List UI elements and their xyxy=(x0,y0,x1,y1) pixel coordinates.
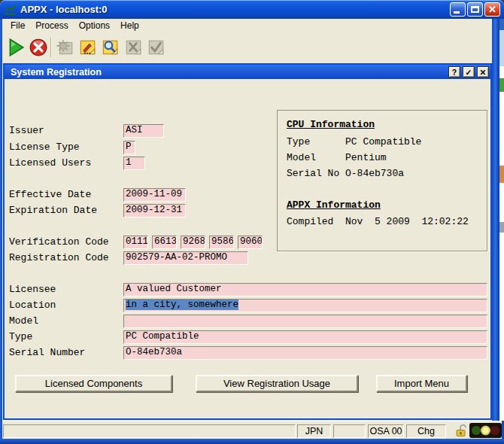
commit-record-icon xyxy=(145,37,166,58)
licensed-users-label: Licensed Users xyxy=(9,157,91,169)
type-field[interactable]: PC Compatible xyxy=(123,330,487,344)
run-icon[interactable] xyxy=(5,37,26,58)
cpu-type-row: TypePC Compatible xyxy=(287,136,421,147)
dialog-ok-button[interactable]: ✓ xyxy=(463,66,475,78)
registration-code-field[interactable]: 902579-AA-02-PROMO xyxy=(123,251,248,265)
licensee-field[interactable]: A valued Customer xyxy=(123,283,487,297)
verification-code-field-1[interactable]: 0111 xyxy=(123,236,148,249)
toolbar-separator xyxy=(50,38,52,57)
appx-info-heading: APPX Information xyxy=(287,199,381,211)
app-icon xyxy=(4,3,17,16)
license-type-field[interactable]: P xyxy=(123,141,135,154)
window-border-left xyxy=(0,19,2,439)
toolbar xyxy=(2,32,492,63)
verification-code-field-5[interactable]: 9060 xyxy=(238,236,263,249)
dialog-close-button[interactable]: ✕ xyxy=(477,66,489,78)
appx-compiled-row: CompiledNov 5 2009 12:02:22 xyxy=(287,216,469,227)
menu-process[interactable]: Process xyxy=(30,19,73,32)
model-field[interactable] xyxy=(123,315,487,328)
status-traffic-light xyxy=(469,423,502,441)
red-light xyxy=(490,426,499,435)
menu-help[interactable]: Help xyxy=(115,19,144,32)
status-message-cell xyxy=(3,424,296,438)
cpu-serial-row: Serial NoO-84eb730a xyxy=(287,168,404,179)
status-language-cell: JPN xyxy=(297,424,331,438)
import-menu-button[interactable]: Import Menu xyxy=(376,375,467,392)
window-border-right xyxy=(492,19,499,421)
expiration-date-label: Expiration Date xyxy=(9,205,97,216)
serial-number-label: Serial Number xyxy=(9,347,85,358)
lock-open-icon xyxy=(454,424,468,440)
window-titlebar: APPX - localhost:0 ✕ xyxy=(0,0,504,19)
type-label: Type xyxy=(9,331,32,342)
dialog-titlebar: System Registration xyxy=(5,65,490,79)
model-label: Model xyxy=(9,315,38,327)
location-label: Location xyxy=(9,300,56,311)
verification-code-label: Verification Code xyxy=(9,236,109,248)
cancel-icon[interactable] xyxy=(28,37,49,58)
effective-date-label: Effective Date xyxy=(9,189,91,200)
yellow-light xyxy=(482,427,489,434)
licensed-users-field[interactable]: 1 xyxy=(123,157,145,170)
system-registration-dialog: System Registration ? ✓ ✕ Issuer License… xyxy=(3,63,492,420)
info-box: CPU Information TypePC Compatible ModelP… xyxy=(277,110,487,251)
serial-number-field[interactable]: O-84eb730a xyxy=(123,346,487,360)
window-title: APPX - localhost:0 xyxy=(20,4,448,15)
location-field[interactable]: in a city, somewhere xyxy=(123,299,487,312)
effective-date-field[interactable]: 2009-11-09 xyxy=(123,188,186,202)
issuer-field[interactable]: ASI xyxy=(123,124,164,138)
status-chg-cell: Chg xyxy=(406,424,446,438)
cpu-info-heading: CPU Information xyxy=(287,119,375,130)
licensed-components-button[interactable]: Licensed Components xyxy=(15,375,172,392)
status-osa-cell: OSA 00 xyxy=(368,424,404,438)
registration-code-label: Registration Code xyxy=(9,252,109,263)
window-border-bottom xyxy=(0,439,504,444)
verification-code-field-2[interactable]: 6613 xyxy=(152,236,177,249)
status-empty-cell xyxy=(333,424,366,438)
add-record-icon xyxy=(54,37,75,58)
dialog-title: System Registration xyxy=(11,67,102,78)
menu-options[interactable]: Options xyxy=(74,19,115,32)
view-registration-usage-button[interactable]: View Registration Usage xyxy=(196,375,358,392)
close-button[interactable]: ✕ xyxy=(484,2,500,17)
minimize-button[interactable] xyxy=(450,2,466,17)
green-light xyxy=(472,426,481,435)
edit-record-icon[interactable] xyxy=(77,37,98,58)
license-type-label: License Type xyxy=(9,141,80,153)
location-selected-text: in a city, somewhere xyxy=(126,300,238,310)
expiration-date-field[interactable]: 2009-12-31 xyxy=(123,204,186,217)
menu-file[interactable]: File xyxy=(5,19,30,32)
dialog-help-button[interactable]: ? xyxy=(448,66,460,78)
verification-code-field-4[interactable]: 9586 xyxy=(209,236,234,249)
menu-bar: File Process Options Help xyxy=(2,19,492,32)
appx-window: APPX - localhost:0 ✕ File Process Option… xyxy=(0,0,504,444)
maximize-button[interactable] xyxy=(467,2,483,17)
view-record-icon[interactable] xyxy=(99,37,120,58)
background-window-sliver xyxy=(499,19,504,421)
verification-code-field-3[interactable]: 9268 xyxy=(181,236,205,249)
delete-record-icon xyxy=(123,37,144,58)
issuer-label: Issuer xyxy=(9,125,44,136)
licensee-label: Licensee xyxy=(9,284,56,295)
cpu-model-row: ModelPentium xyxy=(287,152,387,163)
status-bar: JPN OSA 00 Chg xyxy=(2,421,502,439)
